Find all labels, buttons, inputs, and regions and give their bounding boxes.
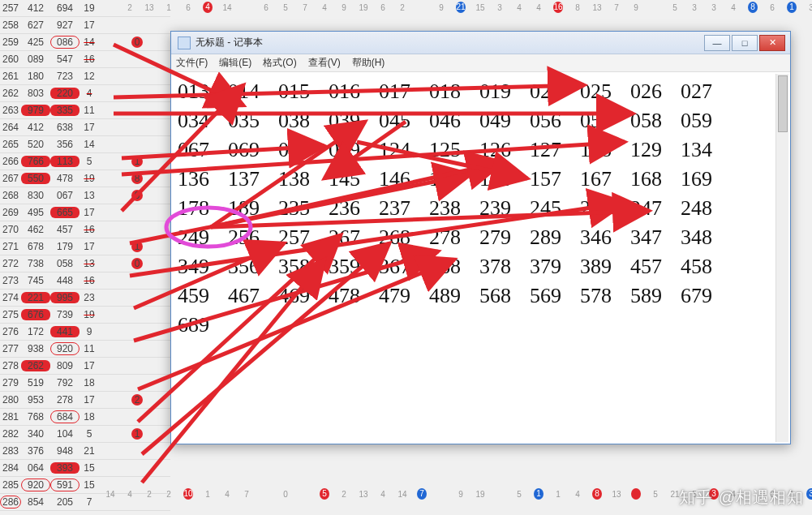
text-line: 689 [178,311,771,340]
minimize-button[interactable]: — [704,35,730,51]
menu-view[interactable]: 查看(V) [308,56,341,70]
menubar: 文件(F) 编辑(E) 格式(O) 查看(V) 帮助(H) [171,54,790,72]
vertical-scrollbar[interactable] [775,74,788,442]
window-title: 无标题 - 记事本 [195,36,704,49]
watermark: 知乎 @相遇相知 [679,487,804,509]
text-line: 459467469478479489568569578589679 [178,281,771,311]
text-line: 034035038039045046049056057058059 [178,106,771,135]
text-line: 249256257267268278279289346347348 [178,223,771,252]
text-line: 349356358359367368378379389457458 [178,252,771,281]
text-area[interactable]: 0130140150160170180190230250260270340350… [173,74,775,442]
text-line: 136137138145146149156157167168169 [178,165,771,194]
text-line: 013014015016017018019023025026027 [178,77,771,106]
text-line: 067069078089124125126127128129134 [178,135,771,165]
maximize-button[interactable]: □ [732,35,758,51]
notepad-window: 无标题 - 记事本 — □ ✕ 文件(F) 编辑(E) 格式(O) 查看(V) … [170,31,791,444]
close-button[interactable]: ✕ [759,35,785,51]
app-icon [178,36,191,49]
text-line: 178189235236237238239245246247248 [178,194,771,223]
menu-help[interactable]: 帮助(H) [352,56,385,70]
menu-edit[interactable]: 编辑(E) [219,56,251,70]
titlebar[interactable]: 无标题 - 记事本 — □ ✕ [171,32,790,54]
menu-file[interactable]: 文件(F) [176,56,208,70]
scrollbar-thumb[interactable] [778,75,788,132]
menu-format[interactable]: 格式(O) [263,56,296,70]
